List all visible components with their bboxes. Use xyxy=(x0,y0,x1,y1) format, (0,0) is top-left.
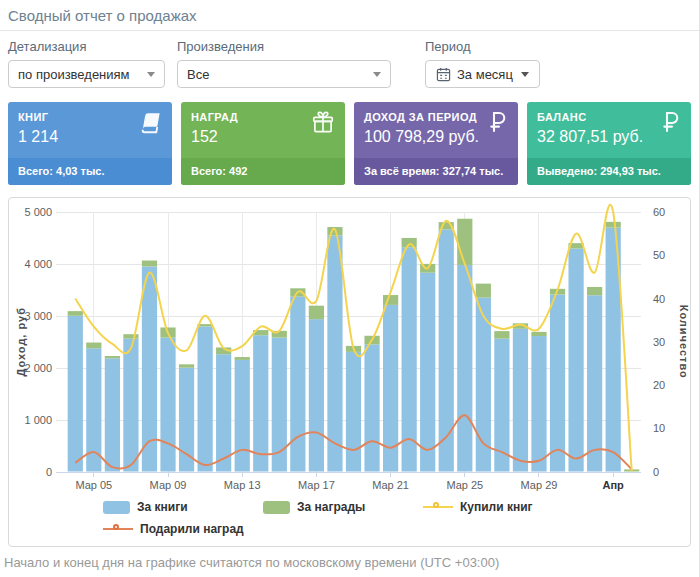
gift-icon xyxy=(310,110,336,140)
svg-text:Мар 05: Мар 05 xyxy=(75,479,112,491)
svg-text:Мар 17: Мар 17 xyxy=(298,479,335,491)
filters-row: Детализация по произведениям Произведени… xyxy=(0,31,699,88)
ruble-icon xyxy=(485,110,509,138)
svg-text:40: 40 xyxy=(653,293,665,305)
sales-chart-panel: Мар 05Мар 09Мар 13Мар 17Мар 21Мар 25Мар … xyxy=(8,197,691,547)
filter-detail: Детализация по произведениям xyxy=(8,39,165,88)
legend-swatch xyxy=(263,501,290,514)
page-title: Сводный отчет о продажах xyxy=(0,0,699,30)
legend-item-books[interactable]: За книги xyxy=(103,496,263,518)
stat-card-balance: БАЛАНС 32 807,51 руб. Выведено: 294,93 т… xyxy=(527,102,691,185)
stat-card-income: ДОХОД ЗА ПЕРИОД 100 798,29 руб. За всё в… xyxy=(354,102,518,185)
chevron-down-icon xyxy=(147,72,155,77)
svg-text:Мар 13: Мар 13 xyxy=(224,479,261,491)
svg-text:3 000: 3 000 xyxy=(24,310,52,322)
works-select[interactable]: Все xyxy=(177,60,391,88)
chevron-down-icon xyxy=(373,72,381,77)
calendar-icon xyxy=(436,67,451,82)
filter-period: Период За месяц xyxy=(425,39,540,88)
svg-text:4 000: 4 000 xyxy=(24,258,52,270)
svg-text:60: 60 xyxy=(653,206,665,218)
svg-text:Мар 29: Мар 29 xyxy=(521,479,558,491)
svg-text:50: 50 xyxy=(653,249,665,261)
legend-item-awards[interactable]: За награды xyxy=(263,496,423,518)
card-footer: Выведено: 294,93 тыс. xyxy=(527,158,691,185)
book-icon xyxy=(134,110,165,140)
sales-chart: Мар 05Мар 09Мар 13Мар 17Мар 21Мар 25Мар … xyxy=(9,198,691,494)
legend-line-marker xyxy=(103,523,133,536)
svg-text:Апр: Апр xyxy=(603,479,625,491)
legend-line-marker xyxy=(423,501,453,514)
svg-text:Мар 09: Мар 09 xyxy=(150,479,187,491)
svg-text:30: 30 xyxy=(653,336,665,348)
period-button[interactable]: За месяц xyxy=(425,60,540,88)
detail-select-value: по произведениям xyxy=(18,67,139,82)
sales-report-page: Сводный отчет о продажах Детализация по … xyxy=(0,0,700,577)
card-footer: Всего: 4,03 тыс. xyxy=(8,158,172,185)
svg-text:0: 0 xyxy=(46,466,52,478)
svg-text:Доход, руб: Доход, руб xyxy=(15,307,27,376)
card-footer: Всего: 492 xyxy=(181,158,345,185)
period-label: Период xyxy=(425,39,540,54)
legend-item-gifted[interactable]: Подарили наград xyxy=(103,518,263,540)
svg-text:5 000: 5 000 xyxy=(24,206,52,218)
svg-text:10: 10 xyxy=(653,422,665,434)
svg-text:Количество: Количество xyxy=(678,305,690,379)
svg-text:20: 20 xyxy=(653,379,665,391)
chevron-down-icon xyxy=(521,72,529,77)
chart-legend: За книги За награды Купили книг Подарили… xyxy=(9,494,690,540)
svg-text:2 000: 2 000 xyxy=(24,362,52,374)
legend-swatch xyxy=(103,501,130,514)
stat-card-books: КНИГ 1 214 Всего: 4,03 тыс. xyxy=(8,102,172,185)
svg-text:1 000: 1 000 xyxy=(24,414,52,426)
svg-text:Мар 25: Мар 25 xyxy=(446,479,483,491)
timezone-note: Начало и конец дня на графике считаются … xyxy=(0,547,699,570)
card-footer: За всё время: 327,74 тыс. xyxy=(354,158,518,185)
svg-text:0: 0 xyxy=(653,466,659,478)
filter-works: Произведения Все xyxy=(177,39,391,88)
period-button-value: За месяц xyxy=(457,67,513,82)
works-select-value: Все xyxy=(187,67,365,82)
legend-item-bought[interactable]: Купили книг xyxy=(423,496,583,518)
ruble-icon xyxy=(658,110,682,138)
detail-label: Детализация xyxy=(8,39,165,54)
svg-text:Мар 21: Мар 21 xyxy=(372,479,409,491)
stat-card-awards: НАГРАД 152 Всего: 492 xyxy=(181,102,345,185)
stat-cards-row: КНИГ 1 214 Всего: 4,03 тыс. НАГРАД 152 xyxy=(0,94,699,193)
works-label: Произведения xyxy=(177,39,391,54)
detail-select[interactable]: по произведениям xyxy=(8,60,165,88)
